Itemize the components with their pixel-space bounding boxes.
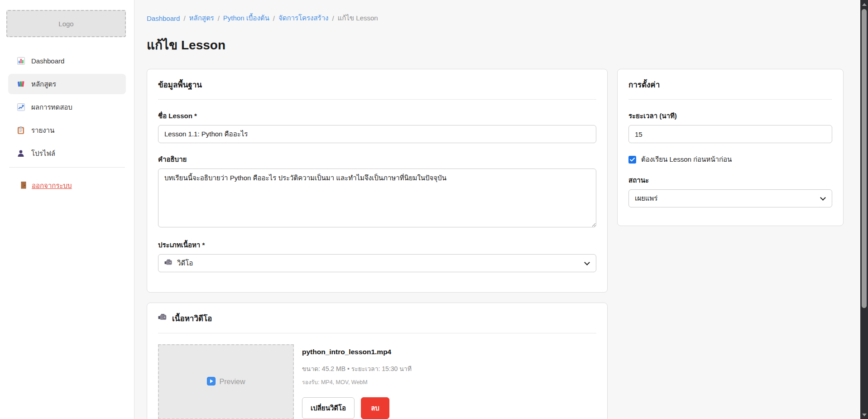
status-group: สถานะ เผยแพร่ [628, 175, 832, 207]
video-content-card: เนื้อหาวิดีโอ Preview python_intro_lesso… [147, 303, 608, 419]
sidebar-item-reports[interactable]: รายงาน [8, 120, 126, 140]
sidebar-nav: Dashboard หลักสูตร ผลการทดสอบ รายงาน [0, 51, 134, 164]
lesson-name-label: ชื่อ Lesson * [158, 111, 596, 121]
breadcrumb: Dashboard / หลักสูตร / Python เบื้องต้น … [147, 13, 851, 24]
sidebar-item-test-results[interactable]: ผลการทดสอบ [8, 97, 126, 117]
lesson-name-group: ชื่อ Lesson * [158, 111, 596, 143]
settings-card-title: การตั้งค่า [628, 79, 832, 91]
sidebar-item-label: รายงาน [31, 125, 54, 136]
right-column: การตั้งค่า ระยะเวลา (นาที) ต้องเรียน Les… [617, 69, 844, 226]
video-card-title: เนื้อหาวิดีโอ [172, 313, 212, 325]
duration-input[interactable] [628, 125, 832, 143]
content-type-group: ประเภทเนื้อหา * วิดีโอ [158, 240, 596, 272]
sidebar-item-courses[interactable]: หลักสูตร [8, 74, 126, 94]
card-divider [158, 99, 596, 100]
breadcrumb-current: แก้ไข Lesson [338, 13, 378, 24]
prerequisite-checkbox[interactable] [628, 156, 636, 164]
video-buttons: เปลี่ยนวิดีโอ ลบ [302, 397, 412, 419]
sidebar-divider [9, 167, 125, 168]
description-textarea[interactable]: บทเรียนนี้จะอธิบายว่า Python คืออะไร ประ… [158, 169, 596, 227]
content-type-value: วิดีโอ [177, 258, 193, 269]
content-type-label: ประเภทเนื้อหา * [158, 240, 596, 250]
prerequisite-label: ต้องเรียน Lesson ก่อนหน้าก่อน [641, 154, 732, 165]
video-supported-formats: รองรับ: MP4, MOV, WebM [302, 378, 412, 387]
person-icon [17, 149, 25, 157]
sidebar: Logo Dashboard หลักสูตร ผลการทดสอบ [0, 0, 134, 419]
status-label: สถานะ [628, 175, 832, 186]
sidebar-item-label: ผลการทดสอบ [31, 102, 72, 113]
video-file-meta: ขนาด: 45.2 MB • ระยะเวลา: 15:30 นาที [302, 364, 412, 374]
video-row: Preview python_intro_lesson1.mp4 ขนาด: 4… [158, 344, 596, 419]
sidebar-item-dashboard[interactable]: Dashboard [8, 51, 126, 71]
description-group: คำอธิบาย บทเรียนนี้จะอธิบายว่า Python คื… [158, 154, 596, 229]
video-card-title-row: เนื้อหาวิดีโอ [158, 313, 596, 325]
page-title: แก้ไข Lesson [147, 35, 851, 55]
card-divider [158, 333, 596, 333]
play-button-icon [207, 377, 216, 387]
scrollbar[interactable] [860, 0, 868, 419]
main-content: Dashboard / หลักสูตร / Python เบื้องต้น … [134, 0, 868, 419]
duration-group: ระยะเวลา (นาที) [628, 111, 832, 143]
door-icon [20, 181, 27, 190]
delete-video-button[interactable]: ลบ [361, 397, 389, 419]
content-row: ข้อมูลพื้นฐาน ชื่อ Lesson * คำอธิบาย บทเ… [147, 69, 851, 419]
card-divider [628, 99, 832, 100]
logo-placeholder: Logo [6, 10, 126, 37]
app-root: Logo Dashboard หลักสูตร ผลการทดสอบ [0, 0, 868, 419]
scrollbar-thumb[interactable] [862, 9, 867, 308]
basic-info-card-title: ข้อมูลพื้นฐาน [158, 79, 596, 91]
scrollbar-up-arrow[interactable] [860, 0, 868, 8]
content-type-select[interactable]: วิดีโอ [158, 254, 596, 272]
basic-info-card: ข้อมูลพื้นฐาน ชื่อ Lesson * คำอธิบาย บทเ… [147, 69, 608, 293]
breadcrumb-link-courses[interactable]: หลักสูตร [189, 13, 214, 24]
check-icon [630, 158, 635, 162]
lesson-name-input[interactable] [158, 125, 596, 143]
video-camera-icon [164, 259, 173, 267]
logout-link[interactable]: ออกจากระบบ [20, 180, 72, 191]
sidebar-item-label: Dashboard [31, 57, 64, 65]
status-select[interactable]: เผยแพร่ [628, 189, 832, 207]
prerequisite-row[interactable]: ต้องเรียน Lesson ก่อนหน้าก่อน [628, 154, 832, 165]
duration-label: ระยะเวลา (นาที) [628, 111, 832, 121]
left-column: ข้อมูลพื้นฐาน ชื่อ Lesson * คำอธิบาย บทเ… [147, 69, 608, 419]
logout-label: ออกจากระบบ [32, 180, 72, 191]
books-icon [17, 80, 25, 88]
status-value: เผยแพร่ [635, 193, 657, 204]
video-file-name: python_intro_lesson1.mp4 [302, 348, 412, 356]
chart-increasing-icon [17, 103, 25, 111]
preview-label: Preview [220, 378, 245, 386]
sidebar-item-label: โปรไฟล์ [31, 148, 55, 159]
logo-text: Logo [58, 20, 73, 28]
chevron-down-icon [584, 260, 590, 265]
description-label: คำอธิบาย [158, 154, 596, 165]
settings-card: การตั้งค่า ระยะเวลา (นาที) ต้องเรียน Les… [617, 69, 844, 226]
clipboard-icon [17, 126, 25, 134]
video-preview[interactable]: Preview [158, 344, 294, 419]
breadcrumb-separator: / [183, 14, 185, 22]
breadcrumb-separator: / [273, 14, 275, 22]
sidebar-item-label: หลักสูตร [31, 79, 56, 90]
video-camera-icon [158, 313, 168, 325]
video-info: python_intro_lesson1.mp4 ขนาด: 45.2 MB •… [302, 344, 412, 419]
chevron-down-icon [820, 195, 826, 201]
breadcrumb-separator: / [332, 14, 334, 22]
breadcrumb-link-course-python[interactable]: Python เบื้องต้น [223, 13, 269, 24]
breadcrumb-separator: / [218, 14, 220, 22]
breadcrumb-link-dashboard[interactable]: Dashboard [147, 14, 180, 22]
scrollbar-down-arrow[interactable] [860, 411, 868, 419]
sidebar-item-profile[interactable]: โปรไฟล์ [8, 143, 126, 164]
bar-chart-icon [17, 57, 25, 65]
change-video-button[interactable]: เปลี่ยนวิดีโอ [302, 397, 355, 419]
breadcrumb-link-structure[interactable]: จัดการโครงสร้าง [278, 13, 329, 24]
